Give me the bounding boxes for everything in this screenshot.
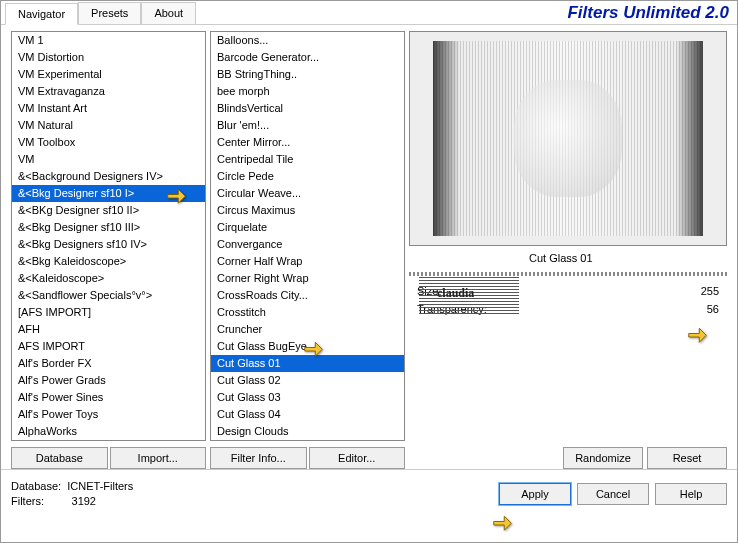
- apply-button[interactable]: Apply: [499, 483, 571, 505]
- import-button[interactable]: Import...: [110, 447, 207, 469]
- param-row[interactable]: Size:255: [411, 282, 725, 300]
- filter-item[interactable]: BB StringThing..: [211, 66, 404, 83]
- category-item[interactable]: &<Bkg Designer sf10 I>: [12, 185, 205, 202]
- filter-item[interactable]: Balloons...: [211, 32, 404, 49]
- param-label: Size:: [417, 285, 441, 297]
- category-item[interactable]: &<Bkg Kaleidoscope>: [12, 253, 205, 270]
- filter-item[interactable]: BlindsVertical: [211, 100, 404, 117]
- filter-item[interactable]: Circus Maximus: [211, 202, 404, 219]
- filter-item[interactable]: Design Clouds: [211, 423, 404, 440]
- category-item[interactable]: VM 1: [12, 32, 205, 49]
- cancel-button[interactable]: Cancel: [577, 483, 649, 505]
- filter-list[interactable]: Balloons...Barcode Generator...BB String…: [210, 31, 405, 441]
- tab-presets[interactable]: Presets: [78, 2, 141, 24]
- param-value: 255: [701, 285, 719, 297]
- category-item[interactable]: VM Experimental: [12, 66, 205, 83]
- filter-item[interactable]: Cut Glass 04: [211, 406, 404, 423]
- category-item[interactable]: AlphaWorks: [12, 423, 205, 440]
- filter-item[interactable]: bee morph: [211, 83, 404, 100]
- tab-about[interactable]: About: [141, 2, 196, 24]
- category-item[interactable]: [AFS IMPORT]: [12, 304, 205, 321]
- filter-item[interactable]: Corner Half Wrap: [211, 253, 404, 270]
- separator: [409, 272, 727, 276]
- filter-item[interactable]: Crosstitch: [211, 304, 404, 321]
- footer-info: Database: ICNET-Filters Filters: 3192: [11, 479, 133, 509]
- category-item[interactable]: &<Bkg Designers sf10 IV>: [12, 236, 205, 253]
- category-item[interactable]: AFH: [12, 321, 205, 338]
- filter-info-button[interactable]: Filter Info...: [210, 447, 307, 469]
- parameters-panel: Size:255Transparency:56: [409, 278, 727, 322]
- param-label: Transparency:: [417, 303, 487, 315]
- category-item[interactable]: VM Toolbox: [12, 134, 205, 151]
- reset-button[interactable]: Reset: [647, 447, 727, 469]
- filter-item[interactable]: Blur 'em!...: [211, 117, 404, 134]
- category-item[interactable]: AFS IMPORT: [12, 338, 205, 355]
- category-list[interactable]: VM 1VM DistortionVM ExperimentalVM Extra…: [11, 31, 206, 441]
- current-filter-name: Cut Glass 01: [409, 246, 727, 270]
- category-item[interactable]: VM Extravaganza: [12, 83, 205, 100]
- tab-navigator[interactable]: Navigator: [5, 3, 78, 25]
- database-button[interactable]: Database: [11, 447, 108, 469]
- filter-item[interactable]: Circle Pede: [211, 168, 404, 185]
- filter-item[interactable]: Cruncher: [211, 321, 404, 338]
- filter-item[interactable]: Cut Glass 03: [211, 389, 404, 406]
- filter-item[interactable]: Cirquelate: [211, 219, 404, 236]
- filter-item[interactable]: Cut Glass 02: [211, 372, 404, 389]
- filter-item[interactable]: Dice It: [211, 440, 404, 441]
- filter-item[interactable]: Barcode Generator...: [211, 49, 404, 66]
- category-item[interactable]: &<Sandflower Specials°v°>: [12, 287, 205, 304]
- randomize-button[interactable]: Randomize: [563, 447, 643, 469]
- help-button[interactable]: Help: [655, 483, 727, 505]
- category-item[interactable]: Alf's Border FX: [12, 355, 205, 372]
- category-item[interactable]: VM Natural: [12, 117, 205, 134]
- filter-item[interactable]: Circular Weave...: [211, 185, 404, 202]
- param-row[interactable]: Transparency:56: [411, 300, 725, 318]
- category-item[interactable]: VM Instant Art: [12, 100, 205, 117]
- category-item[interactable]: VM Distortion: [12, 49, 205, 66]
- filter-item[interactable]: Cut Glass 01: [211, 355, 404, 372]
- category-item[interactable]: &<BKg Designer sf10 II>: [12, 202, 205, 219]
- category-item[interactable]: VM: [12, 151, 205, 168]
- preview-image: [409, 31, 727, 246]
- category-item[interactable]: &<Bkg Designer sf10 III>: [12, 219, 205, 236]
- editor-button[interactable]: Editor...: [309, 447, 406, 469]
- filter-item[interactable]: Centripedal Tile: [211, 151, 404, 168]
- filter-item[interactable]: Center Mirror...: [211, 134, 404, 151]
- filter-item[interactable]: Corner Right Wrap: [211, 270, 404, 287]
- category-item[interactable]: Alf's Power Toys: [12, 406, 205, 423]
- filter-item[interactable]: CrossRoads City...: [211, 287, 404, 304]
- category-item[interactable]: &<Kaleidoscope>: [12, 270, 205, 287]
- filter-item[interactable]: Cut Glass BugEye: [211, 338, 404, 355]
- category-item[interactable]: Alf's Power Grads: [12, 372, 205, 389]
- category-item[interactable]: &<Background Designers IV>: [12, 168, 205, 185]
- param-value: 56: [707, 303, 719, 315]
- filter-item[interactable]: Convergance: [211, 236, 404, 253]
- category-item[interactable]: Alf's Power Sines: [12, 389, 205, 406]
- app-title: Filters Unlimited 2.0: [567, 3, 729, 23]
